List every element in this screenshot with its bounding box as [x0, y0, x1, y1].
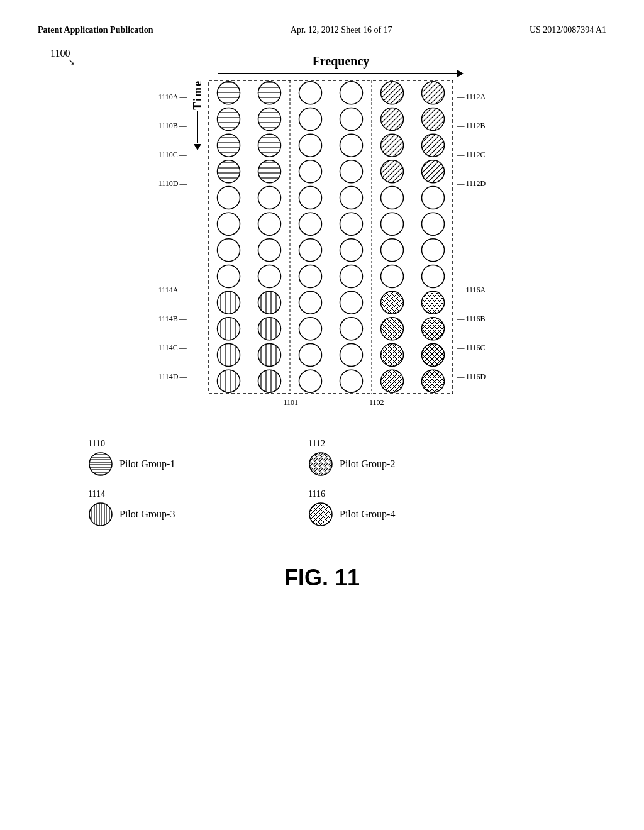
svg-point-40 [421, 187, 444, 209]
svg-point-47 [217, 239, 240, 262]
legend-label-1112: Pilot Group-2 [340, 458, 395, 470]
svg-point-46 [421, 213, 444, 235]
svg-point-19 [299, 108, 321, 131]
svg-point-78 [258, 370, 280, 392]
svg-point-42 [258, 213, 280, 235]
svg-point-52 [421, 239, 444, 262]
svg-point-15 [380, 82, 403, 104]
svg-point-74 [340, 344, 362, 367]
svg-point-16 [421, 82, 444, 104]
svg-point-65 [217, 318, 240, 340]
svg-point-49 [299, 239, 321, 262]
svg-point-28 [421, 134, 444, 157]
legend-label-1110: Pilot Group-1 [119, 458, 175, 470]
svg-point-96 [89, 503, 112, 526]
svg-point-76 [421, 344, 444, 367]
svg-point-55 [299, 265, 321, 288]
svg-point-22 [421, 108, 444, 131]
legend-num-1110: 1110 [88, 439, 245, 449]
svg-point-68 [340, 318, 362, 340]
svg-point-54 [258, 265, 280, 288]
grid-svg: Grid is 6 cols x 12 rows Cell size ~ 65w… [208, 80, 453, 394]
svg-point-71 [217, 344, 240, 367]
svg-point-29 [217, 160, 240, 183]
left-row-labels: 1110A— 1110B— 1110C— 1110D— 1114A— 1114B… [158, 80, 187, 394]
svg-point-36 [258, 187, 280, 209]
svg-point-80 [340, 370, 362, 392]
svg-point-64 [421, 291, 444, 314]
col1-label: 1101 [284, 398, 299, 407]
svg-point-20 [340, 108, 362, 131]
frequency-label: Frequency [313, 54, 370, 69]
svg-point-57 [380, 265, 403, 288]
legend-num-1112: 1112 [308, 439, 465, 449]
fig-caption: FIG. 11 [38, 565, 606, 591]
svg-point-27 [380, 134, 403, 157]
svg-point-66 [258, 318, 280, 340]
legend-icon-1116 [308, 502, 333, 527]
legend-icon-1110 [88, 451, 113, 477]
legend-item-1114: 1114 Pilot Group-3 [88, 489, 245, 527]
svg-point-33 [380, 160, 403, 183]
patent-number: US 2012/0087394 A1 [530, 25, 606, 35]
svg-point-63 [380, 291, 403, 314]
svg-point-51 [380, 239, 403, 262]
legend-item-1110: 1110 Pilot Group-1 [88, 439, 245, 477]
svg-point-24 [258, 134, 280, 157]
svg-point-59 [217, 291, 240, 314]
svg-point-79 [299, 370, 321, 392]
publication-label: Patent Application Publication [38, 25, 153, 35]
svg-point-41 [217, 213, 240, 235]
svg-point-82 [421, 370, 444, 392]
svg-point-21 [380, 108, 403, 131]
svg-point-34 [421, 160, 444, 183]
fig-1100-label: 1100 [50, 48, 70, 59]
legend-icon-1114 [88, 502, 113, 527]
legend-label-1114: Pilot Group-3 [119, 509, 175, 520]
svg-point-26 [340, 134, 362, 157]
legend: 1110 Pilot Group-1 1112 [88, 439, 465, 527]
svg-point-73 [299, 344, 321, 367]
legend-num-1114: 1114 [88, 489, 245, 499]
svg-point-81 [380, 370, 403, 392]
svg-point-13 [299, 82, 321, 104]
page: Patent Application Publication Apr. 12, … [0, 0, 644, 830]
svg-point-23 [217, 134, 240, 157]
svg-point-58 [421, 265, 444, 288]
svg-point-45 [380, 213, 403, 235]
svg-point-72 [258, 344, 280, 367]
svg-point-37 [299, 187, 321, 209]
svg-point-17 [217, 108, 240, 131]
grid-area: Grid is 6 cols x 12 rows Cell size ~ 65w… [208, 80, 453, 407]
svg-point-12 [258, 82, 280, 104]
svg-point-75 [380, 344, 403, 367]
fig-arrow: ↘ [68, 57, 75, 67]
legend-label-1116: Pilot Group-4 [340, 509, 395, 520]
legend-item-1112: 1112 Pilot Group-2 [308, 439, 465, 477]
svg-point-61 [299, 291, 321, 314]
svg-point-11 [217, 82, 240, 104]
svg-point-18 [258, 108, 280, 131]
svg-point-56 [340, 265, 362, 288]
svg-point-77 [217, 370, 240, 392]
svg-point-100 [309, 503, 332, 526]
svg-point-50 [340, 239, 362, 262]
header: Patent Application Publication Apr. 12, … [38, 25, 606, 35]
right-row-labels: —1112A —1112B —1112C —1112D —1116A —1116… [457, 80, 486, 394]
svg-point-25 [299, 134, 321, 157]
svg-point-44 [340, 213, 362, 235]
svg-point-60 [258, 291, 280, 314]
legend-item-1116: 1116 Pilot Group-4 [308, 489, 465, 527]
legend-icon-1112 [308, 451, 333, 477]
svg-point-67 [299, 318, 321, 340]
svg-rect-8 [209, 80, 453, 394]
svg-point-70 [421, 318, 444, 340]
svg-point-53 [217, 265, 240, 288]
sheet-info: Apr. 12, 2012 Sheet 16 of 17 [291, 25, 392, 35]
svg-point-83 [89, 453, 112, 475]
svg-point-14 [340, 82, 362, 104]
svg-point-39 [380, 187, 403, 209]
legend-num-1116: 1116 [308, 489, 465, 499]
svg-point-48 [258, 239, 280, 262]
svg-point-69 [380, 318, 403, 340]
